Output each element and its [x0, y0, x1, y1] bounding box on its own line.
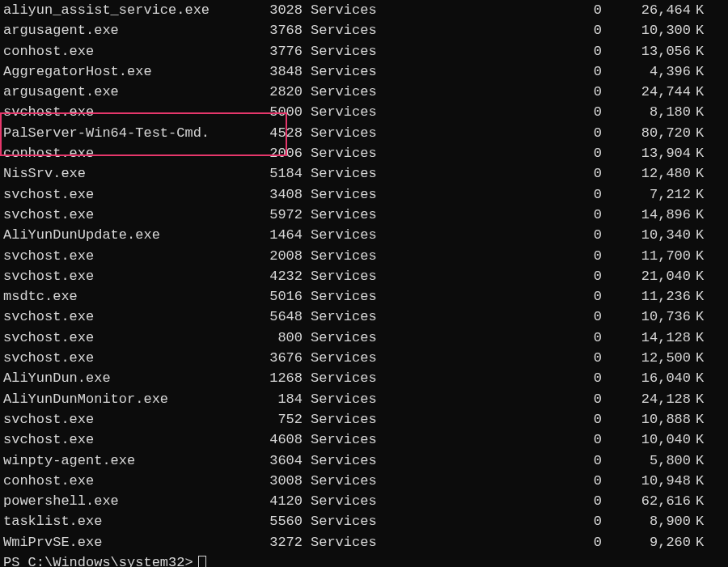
process-memory: 14,896 [602, 205, 691, 225]
process-session: Services [303, 307, 400, 327]
process-name: winpty-agent.exe [3, 451, 254, 471]
process-memory-unit: K [691, 368, 712, 388]
process-pid: 2820 [254, 82, 303, 102]
process-session: Services [303, 41, 400, 61]
process-name: svchost.exe [3, 409, 254, 429]
process-session-number: 0 [400, 123, 602, 143]
process-memory: 9,260 [602, 532, 691, 552]
process-session: Services [303, 532, 400, 552]
process-memory: 8,900 [602, 511, 691, 531]
process-session: Services [303, 286, 400, 307]
process-name: svchost.exe [3, 348, 254, 368]
process-session: Services [303, 123, 400, 143]
process-row: svchost.exe4608Services010,040K [3, 429, 725, 450]
process-memory: 10,340 [602, 225, 691, 245]
process-memory: 4,396 [602, 61, 691, 82]
process-session-number: 0 [400, 20, 602, 40]
process-memory: 10,888 [602, 409, 691, 429]
cursor-icon [198, 556, 206, 567]
process-session: Services [303, 163, 400, 184]
process-memory: 12,500 [602, 348, 691, 368]
process-pid: 5016 [254, 286, 303, 307]
process-session: Services [303, 409, 400, 429]
process-pid: 4528 [254, 123, 303, 143]
process-name: powershell.exe [3, 491, 254, 511]
process-session: Services [303, 491, 400, 511]
process-pid: 4608 [254, 429, 303, 450]
process-row: PalServer-Win64-Test-Cmd.4528Services080… [3, 123, 725, 143]
process-name: svchost.exe [3, 307, 254, 327]
process-memory-unit: K [691, 102, 712, 122]
process-memory-unit: K [691, 143, 712, 163]
process-row: argusagent.exe2820Services024,744K [3, 82, 725, 102]
process-row: argusagent.exe3768Services010,300K [3, 20, 725, 40]
process-memory: 24,744 [602, 82, 691, 102]
process-memory-unit: K [691, 348, 712, 368]
process-session-number: 0 [400, 511, 602, 531]
process-session-number: 0 [400, 102, 602, 122]
process-row: svchost.exe5648Services010,736K [3, 307, 725, 327]
process-memory-unit: K [691, 123, 712, 143]
process-pid: 2008 [254, 246, 303, 266]
process-session-number: 0 [400, 266, 602, 286]
process-pid: 3768 [254, 20, 303, 40]
process-name: msdtc.exe [3, 286, 254, 307]
process-name: AggregatorHost.exe [3, 61, 254, 82]
process-row: AliYunDunMonitor.exe184Services024,128K [3, 389, 725, 409]
process-session: Services [303, 266, 400, 286]
process-session-number: 0 [400, 409, 602, 429]
process-memory-unit: K [691, 61, 712, 82]
process-session: Services [303, 205, 400, 225]
process-row: powershell.exe4120Services062,616K [3, 491, 725, 511]
process-memory-unit: K [691, 451, 712, 471]
process-row: svchost.exe4232Services021,040K [3, 266, 725, 286]
process-session-number: 0 [400, 286, 602, 307]
process-row: conhost.exe3776Services013,056K [3, 41, 725, 61]
process-memory-unit: K [691, 491, 712, 511]
process-name: conhost.exe [3, 143, 254, 163]
process-memory: 16,040 [602, 368, 691, 388]
process-pid: 5972 [254, 205, 303, 225]
process-pid: 752 [254, 409, 303, 429]
process-memory-unit: K [691, 532, 712, 552]
process-memory-unit: K [691, 389, 712, 409]
process-name: svchost.exe [3, 102, 254, 122]
process-session-number: 0 [400, 368, 602, 388]
process-session: Services [303, 246, 400, 266]
process-session: Services [303, 0, 400, 20]
process-session: Services [303, 20, 400, 40]
process-name: conhost.exe [3, 471, 254, 491]
process-row: NisSrv.exe5184Services012,480K [3, 163, 725, 184]
process-name: NisSrv.exe [3, 163, 254, 184]
process-name: argusagent.exe [3, 20, 254, 40]
process-session: Services [303, 348, 400, 368]
process-pid: 3776 [254, 41, 303, 61]
process-pid: 3008 [254, 471, 303, 491]
process-session-number: 0 [400, 0, 602, 20]
process-memory-unit: K [691, 82, 712, 102]
process-name: AliYunDunUpdate.exe [3, 225, 254, 245]
terminal-output[interactable]: aliyun_assist_service.exe3028Services026… [0, 0, 728, 567]
process-row: AliYunDunUpdate.exe1464Services010,340K [3, 225, 725, 245]
process-memory: 10,300 [602, 20, 691, 40]
process-name: conhost.exe [3, 41, 254, 61]
process-session-number: 0 [400, 143, 602, 163]
process-memory-unit: K [691, 41, 712, 61]
process-memory-unit: K [691, 286, 712, 307]
process-row: AliYunDun.exe1268Services016,040K [3, 368, 725, 388]
process-memory-unit: K [691, 163, 712, 184]
process-session-number: 0 [400, 429, 602, 450]
process-session: Services [303, 184, 400, 205]
process-memory: 12,480 [602, 163, 691, 184]
process-row: winpty-agent.exe3604Services05,800K [3, 451, 725, 471]
process-name: svchost.exe [3, 246, 254, 266]
process-memory-unit: K [691, 471, 712, 491]
prompt-line[interactable]: PS C:\Windows\system32> [3, 552, 725, 567]
process-pid: 3028 [254, 0, 303, 20]
process-pid: 3848 [254, 61, 303, 82]
process-pid: 3604 [254, 451, 303, 471]
process-name: AliYunDunMonitor.exe [3, 389, 254, 409]
process-session-number: 0 [400, 328, 602, 348]
process-session: Services [303, 471, 400, 491]
process-row: svchost.exe800Services014,128K [3, 328, 725, 348]
